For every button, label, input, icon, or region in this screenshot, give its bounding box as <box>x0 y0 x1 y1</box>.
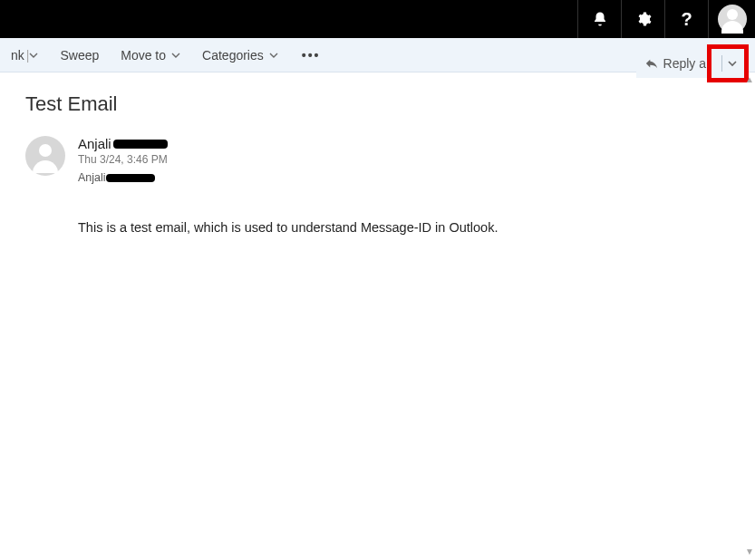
settings-button[interactable] <box>621 0 664 38</box>
junk-dropdown[interactable]: nk | <box>0 48 49 63</box>
recipient-name: Anjali <box>78 171 106 184</box>
chevron-down-icon <box>269 51 278 60</box>
top-app-bar: ? <box>0 0 755 38</box>
categories-label: Categories <box>202 48 264 63</box>
chevron-down-icon <box>29 51 38 60</box>
email-timestamp: Thu 3/24, 3:46 PM <box>78 153 730 166</box>
ellipsis-icon: ••• <box>302 48 321 63</box>
sender-avatar[interactable] <box>25 136 65 176</box>
chevron-down-icon <box>171 51 180 60</box>
user-avatar-icon <box>718 5 747 34</box>
recipients-line: Anjali <box>78 171 730 184</box>
message-header: Anjali Thu 3/24, 3:46 PM Anjali <box>25 136 730 184</box>
help-button[interactable]: ? <box>664 0 708 38</box>
gear-icon <box>635 11 652 27</box>
redacted-text <box>106 174 155 182</box>
reply-label: Reply a <box>663 56 706 71</box>
account-button[interactable] <box>708 0 755 38</box>
move-to-label: Move to <box>121 48 166 63</box>
divider <box>721 55 722 72</box>
message-meta: Anjali Thu 3/24, 3:46 PM Anjali <box>78 136 730 184</box>
reply-controls: Reply a <box>636 49 744 78</box>
move-to-dropdown[interactable]: Move to <box>110 48 191 63</box>
redacted-text <box>113 140 168 149</box>
sender-name: Anjali <box>78 136 111 151</box>
reply-options-dropdown[interactable] <box>713 49 744 78</box>
sweep-label: Sweep <box>60 48 99 63</box>
help-icon: ? <box>681 9 692 30</box>
email-reading-pane: Test Email Anjali Thu 3/24, 3:46 PM Anja… <box>0 72 755 255</box>
notifications-button[interactable] <box>577 0 621 38</box>
sender-line: Anjali <box>78 136 730 151</box>
bell-icon <box>592 11 608 27</box>
more-actions-button[interactable]: ••• <box>289 48 334 63</box>
toolbar-left-group: nk | Sweep Move to Categories ••• <box>0 48 685 63</box>
email-body: This is a test email, which is used to u… <box>78 220 730 235</box>
scroll-up-arrow[interactable]: ▲ <box>745 74 754 84</box>
reply-all-icon <box>645 57 658 70</box>
scroll-down-arrow[interactable]: ▼ <box>745 546 754 556</box>
junk-label: nk <box>11 48 24 63</box>
email-subject: Test Email <box>25 92 730 116</box>
sweep-button[interactable]: Sweep <box>49 48 110 63</box>
chevron-down-icon <box>728 59 737 68</box>
categories-dropdown[interactable]: Categories <box>191 48 289 63</box>
reply-all-button[interactable]: Reply a <box>636 49 713 78</box>
